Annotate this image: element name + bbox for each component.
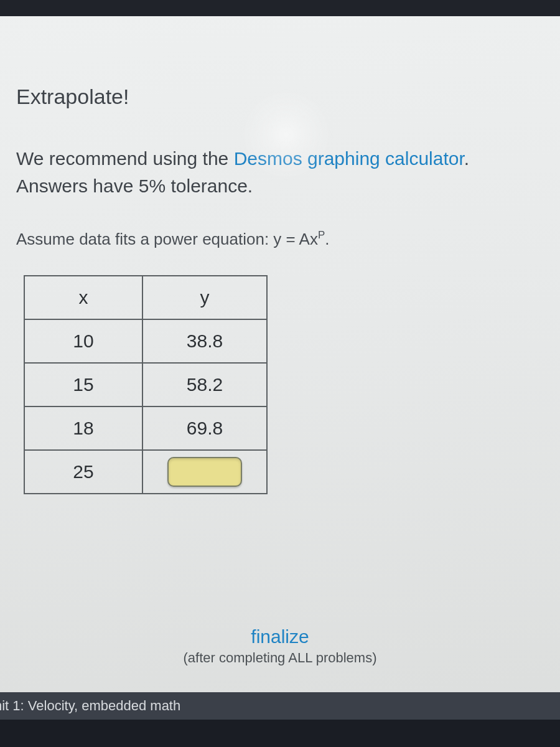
footer-text: Jnit 1: Velocity, embedded math (0, 698, 180, 714)
cell-y: 69.8 (142, 406, 267, 450)
assume-exponent: P (318, 229, 325, 241)
equation-instruction: Assume data fits a power equation: y = A… (16, 229, 544, 249)
assume-suffix: . (325, 230, 329, 248)
data-table: x y 10 38.8 15 58.2 18 69.8 25 (24, 275, 268, 494)
cell-x: 18 (24, 406, 142, 450)
cell-x: 10 (24, 319, 142, 363)
table-header-row: x y (24, 276, 267, 319)
assume-prefix: Assume data fits a power equation: y = A… (16, 230, 318, 248)
table-row: 15 58.2 (24, 363, 267, 406)
problem-page: Extrapolate! We recommend using the Desm… (0, 16, 560, 720)
cell-y: 38.8 (142, 319, 267, 363)
answer-input[interactable] (167, 457, 242, 487)
table-row: 25 (24, 450, 267, 494)
answer-cell (142, 450, 267, 494)
desmos-link[interactable]: Desmos graphing calculator (234, 148, 464, 169)
table-row: 18 69.8 (24, 406, 267, 450)
header-y: y (142, 276, 267, 319)
footer-bar: Jnit 1: Velocity, embedded math (0, 692, 560, 720)
finalize-link[interactable]: finalize (251, 626, 309, 647)
cell-x: 15 (24, 363, 142, 406)
header-x: x (24, 276, 142, 319)
recommendation-text: We recommend using the Desmos graphing c… (16, 145, 544, 199)
finalize-area: finalize (after completing ALL problems) (0, 626, 560, 666)
finalize-subtext: (after completing ALL problems) (0, 650, 560, 666)
window-top-bar (0, 0, 560, 16)
cell-y: 58.2 (142, 363, 267, 406)
recommend-prefix: We recommend using the (16, 148, 234, 169)
page-title: Extrapolate! (16, 85, 544, 109)
cell-x: 25 (24, 450, 142, 494)
table-row: 10 38.8 (24, 319, 267, 363)
